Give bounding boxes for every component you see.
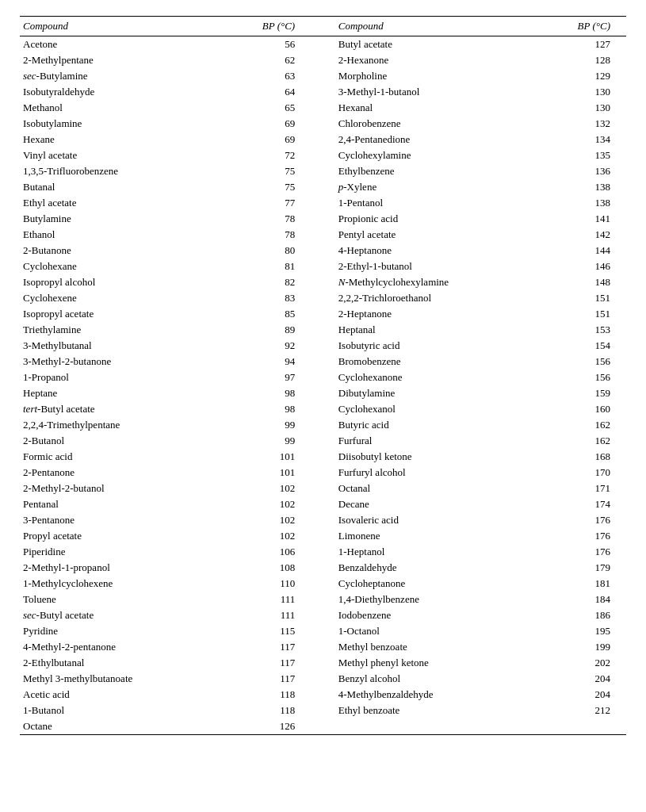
header-bp-2: BP (°C) (553, 17, 626, 36)
table-row: Isopropyl alcohol82N-Methylcyclohexylami… (20, 274, 626, 290)
compound-right: Decane (335, 496, 553, 512)
bp-left: 65 (238, 100, 311, 116)
table-row: Isobutyraldehyde643-Methyl-1-butanol130 (20, 84, 626, 100)
compound-right: p-Xylene (335, 179, 553, 195)
table-row: Formic acid101Diisobutyl ketone168 (20, 449, 626, 465)
bp-left: 89 (238, 322, 311, 338)
compound-left: 2-Methyl-2-butanol (20, 481, 238, 496)
bp-right (553, 718, 626, 735)
gap-col (311, 338, 335, 354)
bp-left: 97 (238, 370, 311, 385)
compound-right: 2,4-Pentanedione (335, 132, 553, 147)
bp-right: 151 (553, 290, 626, 306)
compound-right: Methyl phenyl ketone (335, 655, 553, 671)
table-row: 2-Pentanone101Furfuryl alcohol170 (20, 465, 626, 481)
compound-right: Heptanal (335, 322, 553, 338)
compound-right: 1-Heptanol (335, 544, 553, 560)
compound-left: Cyclohexane (20, 259, 238, 274)
compound-right: 2,2,2-Trichloroethanol (335, 290, 553, 306)
bp-left: 69 (238, 132, 311, 147)
compound-left: Isobutylamine (20, 116, 238, 132)
table-row: 3-Methylbutanal92Isobutyric acid154 (20, 338, 626, 354)
bp-right: 159 (553, 385, 626, 401)
bp-left: 78 (238, 227, 311, 243)
table-row: Pentanal102Decane174 (20, 496, 626, 512)
gap-col (311, 116, 335, 132)
table-row: Ethyl acetate771-Pentanol138 (20, 195, 626, 211)
compound-left: Propyl acetate (20, 528, 238, 544)
table-row: Cyclohexane812-Ethyl-1-butanol146 (20, 259, 626, 274)
bp-left: 98 (238, 385, 311, 401)
table-row: 3-Pentanone102Isovaleric acid176 (20, 512, 626, 528)
gap-col (311, 623, 335, 639)
bp-left: 94 (238, 354, 311, 370)
compound-right: 3-Methyl-1-butanol (335, 84, 553, 100)
bp-right: 128 (553, 52, 626, 68)
compound-right: Dibutylamine (335, 385, 553, 401)
compound-right: Benzaldehyde (335, 560, 553, 576)
bp-left: 75 (238, 163, 311, 179)
bp-left: 110 (238, 576, 311, 592)
bp-right: 138 (553, 195, 626, 211)
gap-col (311, 274, 335, 290)
table-row: Triethylamine89Heptanal153 (20, 322, 626, 338)
compound-right: 4-Heptanone (335, 243, 553, 259)
bp-left: 111 (238, 592, 311, 607)
bp-right: 153 (553, 322, 626, 338)
gap-col (311, 703, 335, 718)
bp-right: 142 (553, 227, 626, 243)
gap-col (311, 401, 335, 417)
gap-col (311, 496, 335, 512)
bp-left: 83 (238, 290, 311, 306)
bp-right: 148 (553, 274, 626, 290)
compound-left: Acetic acid (20, 687, 238, 703)
bp-left: 102 (238, 496, 311, 512)
bp-right: 151 (553, 306, 626, 322)
bp-right: 195 (553, 623, 626, 639)
bp-left: 72 (238, 147, 311, 163)
bp-right: 168 (553, 449, 626, 465)
bp-left: 85 (238, 306, 311, 322)
compound-left: Octane (20, 718, 238, 735)
table-row: Heptane98Dibutylamine159 (20, 385, 626, 401)
table-row: 2-Methyl-1-propanol108Benzaldehyde179 (20, 560, 626, 576)
bp-left: 106 (238, 544, 311, 560)
gap-col (311, 639, 335, 655)
compound-right: Ethylbenzene (335, 163, 553, 179)
bp-right: 162 (553, 417, 626, 433)
gap-col (311, 671, 335, 687)
bp-right: 181 (553, 576, 626, 592)
gap-col (311, 687, 335, 703)
compound-left: 3-Methyl-2-butanone (20, 354, 238, 370)
compound-left: 2,2,4-Trimethylpentane (20, 417, 238, 433)
gap-col (311, 84, 335, 100)
table-row: 4-Methyl-2-pentanone117Methyl benzoate19… (20, 639, 626, 655)
compound-left: 1-Methylcyclohexene (20, 576, 238, 592)
compound-right: Limonene (335, 528, 553, 544)
table-row: 2-Butanol99Furfural162 (20, 433, 626, 449)
compound-left: Pentanal (20, 496, 238, 512)
bp-left: 115 (238, 623, 311, 639)
table-row: 2-Methyl-2-butanol102Octanal171 (20, 481, 626, 496)
compound-right: N-Methylcyclohexylamine (335, 274, 553, 290)
bp-left: 108 (238, 560, 311, 576)
compound-left: sec-Butyl acetate (20, 607, 238, 623)
table-row: 1-Butanol118Ethyl benzoate212 (20, 703, 626, 718)
bp-right: 186 (553, 607, 626, 623)
gap-col (311, 718, 335, 735)
bp-left: 117 (238, 655, 311, 671)
table-row: Pyridine1151-Octanol195 (20, 623, 626, 639)
compound-right: Morpholine (335, 68, 553, 84)
gap-col (311, 100, 335, 116)
compound-right: 4-Methylbenzaldehyde (335, 687, 553, 703)
compound-right: Diisobutyl ketone (335, 449, 553, 465)
gap-col (311, 592, 335, 607)
compound-right: Furfuryl alcohol (335, 465, 553, 481)
gap-col (311, 52, 335, 68)
compound-right: Furfural (335, 433, 553, 449)
table-row: Toluene1111,4-Diethylbenzene184 (20, 592, 626, 607)
compound-right: Benzyl alcohol (335, 671, 553, 687)
bp-left: 102 (238, 512, 311, 528)
bp-left: 126 (238, 718, 311, 735)
bp-right: 130 (553, 84, 626, 100)
